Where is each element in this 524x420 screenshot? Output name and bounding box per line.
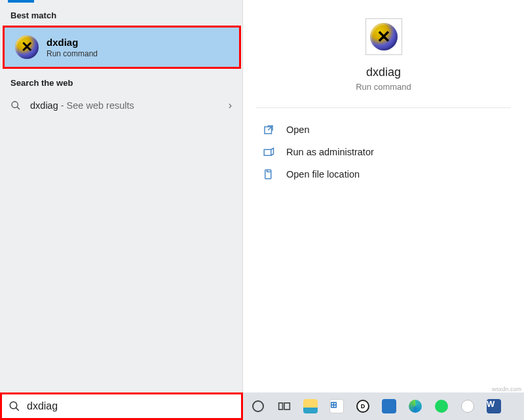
folder-icon [263, 168, 276, 180]
svg-line-6 [16, 408, 19, 411]
search-web-header: Search the web [0, 74, 242, 93]
svg-rect-4 [265, 170, 271, 179]
search-icon [9, 400, 20, 412]
open-file-location-action[interactable]: Open file location [263, 163, 504, 185]
web-result-hint: - See web results [58, 100, 134, 111]
taskbar: ⊞ D W [243, 392, 524, 420]
chevron-right-icon: › [229, 100, 232, 111]
search-icon [10, 100, 21, 111]
open-label: Open [286, 124, 309, 135]
open-file-location-label: Open file location [286, 169, 360, 180]
dxdiag-icon: ✕ [15, 35, 39, 59]
word-icon[interactable]: W [484, 396, 504, 416]
svg-point-0 [12, 102, 18, 107]
web-result-term: dxdiag [30, 100, 58, 111]
app-icon[interactable] [379, 396, 399, 416]
svg-line-1 [17, 107, 20, 109]
dell-icon[interactable]: D [353, 396, 373, 416]
open-action[interactable]: Open [263, 119, 504, 141]
preview-icon-frame: ✕ [365, 18, 402, 55]
file-explorer-icon[interactable] [301, 396, 320, 416]
run-as-admin-label: Run as administrator [286, 147, 374, 157]
search-input[interactable] [27, 400, 234, 412]
open-icon [263, 124, 276, 136]
preview-subtitle: Run command [256, 82, 511, 92]
svg-rect-3 [264, 149, 271, 155]
preview-panel: ✕ dxdiag Run command Open Run as adminis… [243, 0, 524, 392]
edge-icon[interactable] [405, 396, 425, 416]
search-results-panel: Best match ✕ dxdiag Run command Search t… [0, 0, 243, 392]
watermark: wsxdn.com [492, 386, 521, 392]
svg-rect-8 [284, 403, 290, 410]
best-match-header: Best match [0, 7, 242, 26]
svg-point-5 [10, 402, 17, 409]
task-view-icon[interactable] [274, 396, 294, 416]
search-box[interactable] [0, 392, 243, 420]
run-as-admin-action[interactable]: Run as administrator [263, 141, 504, 163]
web-search-result[interactable]: dxdiag - See web results › [0, 93, 242, 118]
cortana-icon[interactable] [248, 396, 268, 416]
dxdiag-icon: ✕ [370, 23, 398, 50]
svg-rect-7 [279, 403, 283, 410]
spotify-icon[interactable] [432, 396, 451, 416]
best-match-subtitle: Run command [47, 49, 98, 58]
shield-icon [263, 146, 276, 158]
best-match-title: dxdiag [47, 37, 98, 48]
preview-title: dxdiag [256, 66, 511, 79]
microsoft-store-icon[interactable]: ⊞ [327, 396, 346, 416]
teams-icon[interactable] [458, 396, 477, 416]
best-match-result[interactable]: ✕ dxdiag Run command [3, 26, 241, 69]
